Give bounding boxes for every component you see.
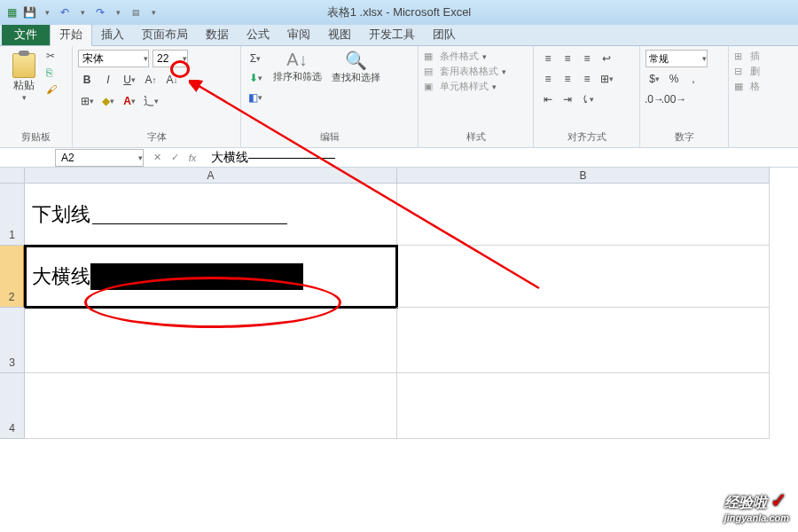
group-number-label: 数字 [645, 130, 723, 145]
chevron-down-icon: ▾ [144, 54, 148, 63]
save-icon[interactable]: 💾 [21, 4, 37, 20]
name-box[interactable]: A2 ▾ [55, 149, 144, 167]
decrease-decimal-button[interactable]: .00→ [665, 90, 683, 108]
format-painter-icon[interactable]: 🖌 [46, 83, 60, 98]
percent-button[interactable]: % [665, 70, 683, 88]
orientation-button[interactable]: ⤹▾ [578, 90, 596, 108]
cell-style-label: 单元格样式 [440, 80, 489, 93]
cell-styles-button[interactable]: ▣单元格样式▾ [424, 80, 528, 93]
tab-insert[interactable]: 插入 [92, 24, 133, 45]
cancel-formula-icon[interactable]: ✕ [149, 150, 165, 166]
comma-button[interactable]: , [685, 70, 702, 88]
tab-layout[interactable]: 页面布局 [133, 24, 197, 45]
tab-devtools[interactable]: 开发工具 [360, 24, 424, 45]
tab-view[interactable]: 视图 [319, 24, 360, 45]
font-name-value: 宋体 [82, 51, 104, 66]
phonetic-button[interactable]: ⻌▾ [142, 92, 160, 110]
decrease-indent-button[interactable]: ⇤ [539, 90, 557, 108]
cell-b4[interactable] [397, 373, 770, 439]
wrap-text-button[interactable]: ↩ [598, 50, 615, 67]
format-cells-button[interactable]: ▦格 [734, 80, 775, 93]
cell-a1[interactable]: 下划线 [25, 184, 397, 246]
col-header-a[interactable]: A [25, 168, 397, 184]
sort-filter-button[interactable]: A↓ 排序和筛选 [271, 50, 323, 83]
row-header-1[interactable]: 1 [0, 184, 25, 246]
worksheet: A B 1 下划线 2 大横线 3 4 [0, 168, 798, 439]
align-left-button[interactable]: ≡ [539, 70, 557, 88]
name-box-value: A2 [61, 152, 74, 164]
redo-drop-icon[interactable]: ▾ [110, 4, 126, 20]
undo-icon[interactable]: ↶ [57, 4, 73, 20]
file-tab[interactable]: 文件 [2, 24, 50, 45]
merge-button[interactable]: ⊞▾ [598, 70, 615, 88]
grow-font-button[interactable]: A↑ [142, 71, 160, 89]
align-bottom-button[interactable]: ≡ [578, 50, 596, 67]
font-size-select[interactable]: 22 ▾ [153, 50, 188, 67]
shrink-font-button[interactable]: A↓ [163, 71, 181, 89]
cut-icon[interactable]: ✂ [46, 50, 60, 64]
underline-button[interactable]: U▾ [121, 71, 138, 89]
cell-b3[interactable] [397, 308, 770, 373]
quick-access-toolbar: ▦ 💾 ▾ ↶ ▾ ↷ ▾ ▤ ▾ [0, 4, 161, 20]
align-middle-button[interactable]: ≡ [559, 50, 576, 67]
row-1: 1 下划线 [0, 184, 798, 246]
redo-icon[interactable]: ↷ [92, 4, 108, 20]
tab-team[interactable]: 团队 [424, 24, 465, 45]
currency-button[interactable]: $▾ [645, 70, 663, 88]
clear-button[interactable]: ◧▾ [246, 89, 264, 106]
border-button[interactable]: ⊞▾ [78, 92, 96, 110]
find-select-button[interactable]: 🔍 查找和选择 [330, 50, 381, 84]
insert-cells-button[interactable]: ⊞插 [734, 50, 775, 63]
delete-cells-button[interactable]: ⊟删 [734, 65, 775, 78]
font-name-select[interactable]: 宋体 ▾ [78, 50, 149, 67]
cell-a2[interactable]: 大横线 [25, 246, 397, 308]
cell-a2-text: 大横线 [32, 263, 90, 290]
qat-customize-icon[interactable]: ▤ [128, 4, 144, 20]
cond-format-icon: ▦ [424, 51, 436, 63]
copy-icon[interactable]: ⎘ [46, 66, 60, 81]
formula-input[interactable]: 大横线——————— [206, 149, 798, 167]
tab-data[interactable]: 数据 [197, 24, 238, 45]
row-4: 4 [0, 373, 798, 439]
align-center-button[interactable]: ≡ [559, 70, 576, 88]
cell-style-icon: ▣ [424, 81, 436, 93]
select-all-corner[interactable] [0, 168, 25, 184]
align-right-button[interactable]: ≡ [578, 70, 596, 88]
number-format-select[interactable]: 常规 ▾ [645, 50, 708, 67]
delete-label-partial: 删 [750, 65, 760, 78]
cell-b2[interactable] [397, 246, 770, 308]
paste-drop-icon: ▾ [22, 93, 27, 102]
paste-button[interactable]: 粘贴 ▾ [5, 50, 43, 130]
font-color-button[interactable]: A▾ [121, 92, 138, 110]
fill-button[interactable]: ⬇▾ [246, 69, 264, 87]
table-format-button[interactable]: ▤套用表格格式▾ [424, 65, 528, 78]
row-header-2[interactable]: 2 [0, 246, 25, 308]
cell-a3[interactable] [25, 308, 397, 373]
italic-button[interactable]: I [99, 71, 117, 89]
group-clipboard-label: 剪贴板 [5, 130, 66, 145]
formula-bar: A2 ▾ ✕ ✓ fx 大横线——————— [0, 148, 798, 168]
fill-color-button[interactable]: ◆▾ [99, 92, 117, 110]
group-alignment-label: 对齐方式 [539, 130, 634, 145]
fx-icon[interactable]: fx [184, 150, 200, 166]
increase-indent-button[interactable]: ⇥ [559, 90, 576, 108]
row-header-4[interactable]: 4 [0, 373, 25, 439]
row-header-3[interactable]: 3 [0, 308, 25, 373]
tab-review[interactable]: 审阅 [278, 24, 319, 45]
enter-formula-icon[interactable]: ✓ [167, 150, 183, 166]
col-header-b[interactable]: B [397, 168, 770, 184]
qat-drop-icon[interactable]: ▾ [39, 4, 55, 20]
conditional-format-button[interactable]: ▦条件格式▾ [424, 50, 528, 63]
undo-drop-icon[interactable]: ▾ [74, 4, 90, 20]
bold-button[interactable]: B [78, 71, 96, 89]
find-icon: 🔍 [345, 50, 367, 71]
group-clipboard: 粘贴 ▾ ✂ ⎘ 🖌 剪贴板 [0, 46, 73, 147]
align-top-button[interactable]: ≡ [539, 50, 557, 67]
cell-b1[interactable] [397, 184, 770, 246]
cell-a4[interactable] [25, 373, 397, 439]
qat-more-icon[interactable]: ▾ [145, 4, 161, 20]
excel-icon[interactable]: ▦ [4, 4, 20, 20]
tab-home[interactable]: 开始 [50, 23, 92, 46]
tab-formulas[interactable]: 公式 [238, 24, 278, 45]
autosum-button[interactable]: Σ▾ [246, 50, 264, 67]
